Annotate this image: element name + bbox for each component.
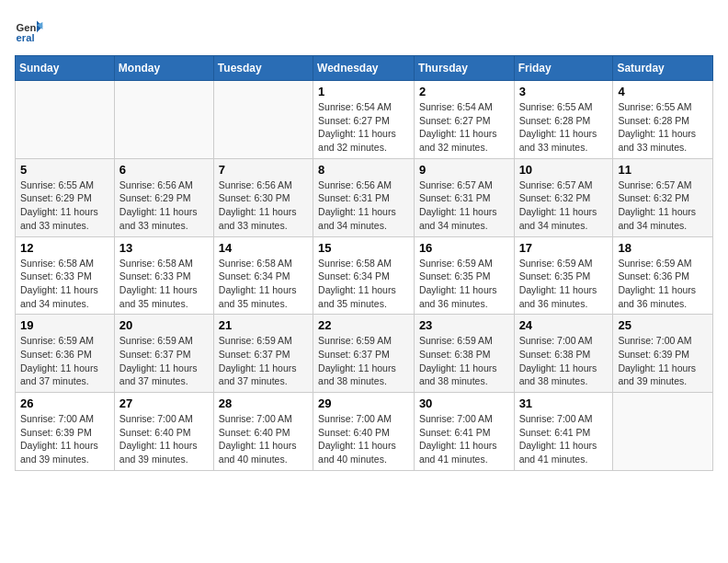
- day-number: 4: [618, 85, 708, 98]
- day-info: Sunrise: 6:58 AM Sunset: 6:34 PM Dayligh…: [318, 257, 409, 311]
- day-number: 18: [618, 241, 708, 255]
- day-info: Sunrise: 6:55 AM Sunset: 6:29 PM Dayligh…: [20, 178, 109, 233]
- calendar-cell: 16Sunrise: 6:59 AM Sunset: 6:35 PM Dayli…: [414, 236, 514, 315]
- calendar-cell: 30Sunrise: 7:00 AM Sunset: 6:41 PM Dayli…: [414, 393, 514, 471]
- day-info: Sunrise: 7:00 AM Sunset: 6:41 PM Dayligh…: [419, 412, 509, 466]
- calendar-cell: 19Sunrise: 6:59 AM Sunset: 6:36 PM Dayli…: [16, 315, 115, 393]
- calendar-cell: 4Sunrise: 6:55 AM Sunset: 6:28 PM Daylig…: [613, 81, 713, 159]
- day-number: 23: [419, 318, 509, 332]
- day-info: Sunrise: 6:59 AM Sunset: 6:36 PM Dayligh…: [20, 334, 109, 388]
- col-header-tuesday: Tuesday: [213, 56, 313, 81]
- day-info: Sunrise: 7:00 AM Sunset: 6:40 PM Dayligh…: [219, 412, 308, 466]
- day-number: 27: [119, 396, 209, 410]
- calendar-cell: 29Sunrise: 7:00 AM Sunset: 6:40 PM Dayli…: [313, 393, 415, 471]
- day-info: Sunrise: 7:00 AM Sunset: 6:40 PM Dayligh…: [318, 412, 409, 466]
- calendar-cell: 3Sunrise: 6:55 AM Sunset: 6:28 PM Daylig…: [514, 81, 613, 159]
- calendar-cell: 21Sunrise: 6:59 AM Sunset: 6:37 PM Dayli…: [213, 315, 313, 393]
- day-info: Sunrise: 6:58 AM Sunset: 6:34 PM Dayligh…: [219, 257, 308, 311]
- day-info: Sunrise: 6:56 AM Sunset: 6:29 PM Dayligh…: [119, 178, 209, 233]
- day-number: 10: [519, 163, 609, 177]
- col-header-sunday: Sunday: [16, 56, 115, 81]
- col-header-friday: Friday: [514, 56, 613, 81]
- calendar-cell: 17Sunrise: 6:59 AM Sunset: 6:35 PM Dayli…: [514, 236, 613, 315]
- day-info: Sunrise: 6:54 AM Sunset: 6:27 PM Dayligh…: [318, 100, 409, 155]
- day-number: 1: [318, 85, 409, 98]
- day-number: 21: [219, 318, 308, 332]
- calendar-cell: [613, 393, 713, 471]
- calendar-cell: 5Sunrise: 6:55 AM Sunset: 6:29 PM Daylig…: [16, 158, 115, 236]
- day-number: 7: [219, 163, 308, 177]
- calendar-cell: 14Sunrise: 6:58 AM Sunset: 6:34 PM Dayli…: [213, 236, 313, 315]
- calendar-cell: 15Sunrise: 6:58 AM Sunset: 6:34 PM Dayli…: [313, 236, 415, 315]
- day-number: 31: [519, 396, 609, 410]
- day-number: 14: [219, 241, 308, 255]
- calendar-cell: 28Sunrise: 7:00 AM Sunset: 6:40 PM Dayli…: [213, 393, 313, 471]
- day-info: Sunrise: 6:59 AM Sunset: 6:37 PM Dayligh…: [219, 334, 308, 388]
- day-number: 20: [119, 318, 209, 332]
- day-number: 17: [519, 241, 609, 255]
- header-row: SundayMondayTuesdayWednesdayThursdayFrid…: [16, 56, 713, 81]
- col-header-wednesday: Wednesday: [313, 56, 415, 81]
- day-number: 25: [618, 318, 708, 332]
- day-info: Sunrise: 6:57 AM Sunset: 6:32 PM Dayligh…: [618, 178, 708, 233]
- calendar-week-row: 12Sunrise: 6:58 AM Sunset: 6:33 PM Dayli…: [16, 236, 713, 315]
- day-number: 15: [318, 241, 409, 255]
- calendar-week-row: 26Sunrise: 7:00 AM Sunset: 6:39 PM Dayli…: [16, 393, 713, 471]
- calendar-cell: [213, 81, 313, 159]
- day-info: Sunrise: 6:56 AM Sunset: 6:31 PM Dayligh…: [318, 178, 409, 233]
- calendar-cell: 13Sunrise: 6:58 AM Sunset: 6:33 PM Dayli…: [114, 236, 213, 315]
- calendar-cell: 24Sunrise: 7:00 AM Sunset: 6:38 PM Dayli…: [514, 315, 613, 393]
- calendar-cell: 22Sunrise: 6:59 AM Sunset: 6:37 PM Dayli…: [313, 315, 415, 393]
- col-header-monday: Monday: [114, 56, 213, 81]
- day-info: Sunrise: 6:56 AM Sunset: 6:30 PM Dayligh…: [219, 178, 308, 233]
- day-number: 8: [318, 163, 409, 177]
- day-number: 30: [419, 396, 509, 410]
- calendar-cell: 6Sunrise: 6:56 AM Sunset: 6:29 PM Daylig…: [114, 158, 213, 236]
- calendar-cell: 8Sunrise: 6:56 AM Sunset: 6:31 PM Daylig…: [313, 158, 415, 236]
- calendar-week-row: 19Sunrise: 6:59 AM Sunset: 6:36 PM Dayli…: [16, 315, 713, 393]
- day-info: Sunrise: 6:55 AM Sunset: 6:28 PM Dayligh…: [618, 100, 708, 155]
- day-info: Sunrise: 6:59 AM Sunset: 6:37 PM Dayligh…: [119, 334, 209, 388]
- calendar-cell: 23Sunrise: 6:59 AM Sunset: 6:38 PM Dayli…: [414, 315, 514, 393]
- day-number: 3: [519, 85, 609, 98]
- page-header: Gen eral: [15, 15, 713, 44]
- calendar-cell: 18Sunrise: 6:59 AM Sunset: 6:36 PM Dayli…: [613, 236, 713, 315]
- calendar-cell: 31Sunrise: 7:00 AM Sunset: 6:41 PM Dayli…: [514, 393, 613, 471]
- calendar-cell: 26Sunrise: 7:00 AM Sunset: 6:39 PM Dayli…: [16, 393, 115, 471]
- day-info: Sunrise: 6:59 AM Sunset: 6:37 PM Dayligh…: [318, 334, 409, 388]
- day-number: 13: [119, 241, 209, 255]
- day-number: 24: [519, 318, 609, 332]
- day-number: 11: [618, 163, 708, 177]
- day-number: 29: [318, 396, 409, 410]
- day-info: Sunrise: 7:00 AM Sunset: 6:38 PM Dayligh…: [519, 334, 609, 388]
- calendar-cell: 11Sunrise: 6:57 AM Sunset: 6:32 PM Dayli…: [613, 158, 713, 236]
- day-info: Sunrise: 6:58 AM Sunset: 6:33 PM Dayligh…: [119, 257, 209, 311]
- day-info: Sunrise: 6:59 AM Sunset: 6:38 PM Dayligh…: [419, 334, 509, 388]
- calendar-table: SundayMondayTuesdayWednesdayThursdayFrid…: [15, 55, 713, 471]
- day-number: 28: [219, 396, 308, 410]
- calendar-cell: 2Sunrise: 6:54 AM Sunset: 6:27 PM Daylig…: [414, 81, 514, 159]
- logo: Gen eral: [15, 15, 48, 44]
- day-info: Sunrise: 6:59 AM Sunset: 6:35 PM Dayligh…: [419, 257, 509, 311]
- calendar-cell: 7Sunrise: 6:56 AM Sunset: 6:30 PM Daylig…: [213, 158, 313, 236]
- calendar-cell: [16, 81, 115, 159]
- calendar-week-row: 5Sunrise: 6:55 AM Sunset: 6:29 PM Daylig…: [16, 158, 713, 236]
- day-number: 9: [419, 163, 509, 177]
- day-info: Sunrise: 6:55 AM Sunset: 6:28 PM Dayligh…: [519, 100, 609, 155]
- day-info: Sunrise: 6:58 AM Sunset: 6:33 PM Dayligh…: [20, 257, 109, 311]
- calendar-cell: 20Sunrise: 6:59 AM Sunset: 6:37 PM Dayli…: [114, 315, 213, 393]
- calendar-cell: 9Sunrise: 6:57 AM Sunset: 6:31 PM Daylig…: [414, 158, 514, 236]
- logo-icon: Gen eral: [15, 15, 44, 44]
- day-info: Sunrise: 7:00 AM Sunset: 6:39 PM Dayligh…: [20, 412, 109, 466]
- calendar-week-row: 1Sunrise: 6:54 AM Sunset: 6:27 PM Daylig…: [16, 81, 713, 159]
- calendar-cell: 25Sunrise: 7:00 AM Sunset: 6:39 PM Dayli…: [613, 315, 713, 393]
- day-info: Sunrise: 6:57 AM Sunset: 6:31 PM Dayligh…: [419, 178, 509, 233]
- calendar-cell: 10Sunrise: 6:57 AM Sunset: 6:32 PM Dayli…: [514, 158, 613, 236]
- col-header-thursday: Thursday: [414, 56, 514, 81]
- calendar-cell: [114, 81, 213, 159]
- day-info: Sunrise: 7:00 AM Sunset: 6:41 PM Dayligh…: [519, 412, 609, 466]
- day-info: Sunrise: 6:57 AM Sunset: 6:32 PM Dayligh…: [519, 178, 609, 233]
- svg-text:Gen: Gen: [17, 22, 37, 33]
- calendar-cell: 12Sunrise: 6:58 AM Sunset: 6:33 PM Dayli…: [16, 236, 115, 315]
- day-number: 6: [119, 163, 209, 177]
